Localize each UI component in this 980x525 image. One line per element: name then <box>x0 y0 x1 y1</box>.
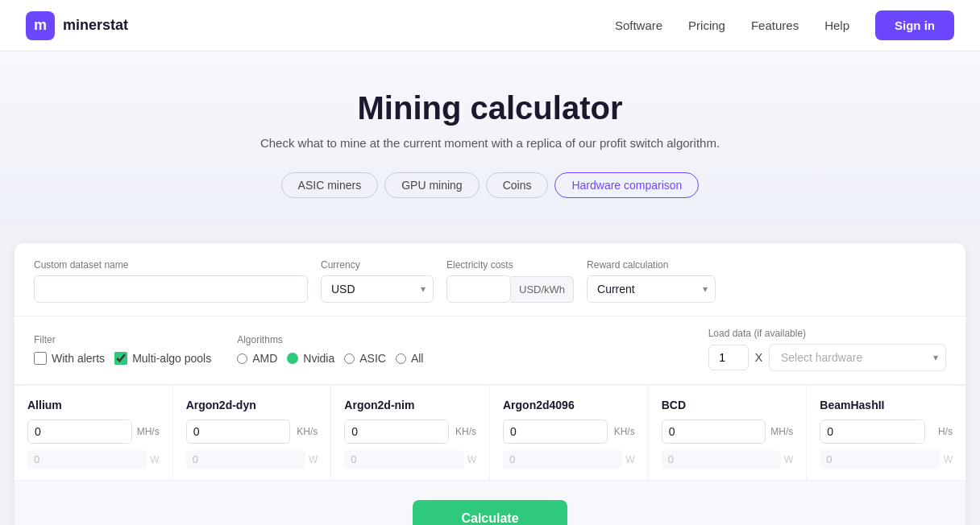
with-alerts-checkbox[interactable] <box>34 352 47 365</box>
algo-hash-row: MH/s <box>27 420 160 444</box>
algo-hash-row: KH/s <box>344 420 476 444</box>
nav-pricing[interactable]: Pricing <box>688 19 725 32</box>
algo-hash-row: KH/s <box>503 420 635 444</box>
hero-section: Mining calculator Check what to mine at … <box>0 52 980 227</box>
reward-select[interactable]: Current Average 24h Average 7d <box>587 275 716 303</box>
reward-label: Reward calculation <box>587 259 716 271</box>
algo-hashrate-input[interactable] <box>503 420 608 444</box>
algo-amd-wrap[interactable]: AMD <box>237 352 277 365</box>
nav-features[interactable]: Features <box>751 19 799 32</box>
sign-in-button[interactable]: Sign in <box>875 10 954 40</box>
logo-icon: m <box>26 11 55 40</box>
electricity-wrap: 0.1 USD/kWh <box>446 275 574 303</box>
algo-all-label: All <box>411 352 424 365</box>
algo-watt-input[interactable] <box>27 450 147 469</box>
algo-cell-argon2d4096: Argon2d4096 KH/s W <box>490 386 649 480</box>
filter-row: Filter With alerts Multi-algo pools Algo… <box>15 316 965 385</box>
multi-algo-checkbox[interactable] <box>114 352 127 365</box>
algo-hashrate-input[interactable] <box>186 420 291 444</box>
calculate-button[interactable]: Calculate <box>413 500 567 525</box>
tab-asic-miners[interactable]: ASIC miners <box>281 172 379 198</box>
electricity-unit: USD/kWh <box>511 276 574 303</box>
algo-hash-row: KH/s <box>186 420 318 444</box>
algo-amd-radio[interactable] <box>237 353 247 364</box>
dataset-input[interactable] <box>34 275 308 303</box>
load-data-field: Load data (if available) X Select hardwa… <box>708 328 946 371</box>
nav-help[interactable]: Help <box>824 19 849 32</box>
algo-nvidia-wrap[interactable]: Nvidia <box>287 352 334 365</box>
algo-asic-wrap[interactable]: ASIC <box>344 352 386 365</box>
algo-hash-row: MH/s <box>662 420 794 444</box>
hardware-select-row: Load data (if available) X Select hardwa… <box>708 328 946 371</box>
algo-amd-label: AMD <box>252 352 277 365</box>
with-alerts-label: With alerts <box>52 352 105 365</box>
algo-watt-row: W <box>820 450 953 469</box>
algo-watt-input[interactable] <box>503 450 622 469</box>
currency-select-wrap: USD EUR BTC <box>321 275 434 303</box>
algo-hashrate-input[interactable] <box>344 420 449 444</box>
hardware-quantity-input[interactable] <box>708 345 749 370</box>
nav-software[interactable]: Software <box>615 19 662 32</box>
algo-watt-row: W <box>186 450 318 469</box>
algo-all-radio[interactable] <box>396 353 406 364</box>
load-data-label: Load data (if available) <box>708 328 946 339</box>
dataset-label: Custom dataset name <box>34 259 308 271</box>
logo-wrap[interactable]: m minerstat <box>26 11 128 40</box>
with-alerts-checkbox-wrap[interactable]: With alerts <box>34 352 105 365</box>
algo-watt-input[interactable] <box>820 450 940 469</box>
electricity-field: Electricity costs 0.1 USD/kWh <box>446 259 574 303</box>
algo-name: BCD <box>662 399 794 411</box>
tab-hardware-comparison[interactable]: Hardware comparison <box>554 172 699 198</box>
algo-hashrate-input[interactable] <box>820 420 925 444</box>
hardware-select-wrap: Select hardware <box>769 344 946 371</box>
settings-row: Custom dataset name Currency USD EUR BTC… <box>15 243 965 316</box>
algo-all-wrap[interactable]: All <box>396 352 424 365</box>
algo-name: Argon2d-dyn <box>186 399 318 411</box>
algo-watt-input[interactable] <box>344 450 463 469</box>
main-panel: Custom dataset name Currency USD EUR BTC… <box>15 243 965 525</box>
currency-label: Currency <box>321 259 434 271</box>
algo-watt-unit: W <box>309 454 318 465</box>
algo-controls: AMD Nvidia ASIC All <box>237 352 423 365</box>
algo-name: Argon2d-nim <box>344 399 476 411</box>
filter-group: Filter With alerts Multi-algo pools <box>34 334 211 365</box>
tab-coins[interactable]: Coins <box>486 172 549 198</box>
algo-cell-argon2d-nim: Argon2d-nim KH/s W <box>331 386 490 480</box>
multi-algo-checkbox-wrap[interactable]: Multi-algo pools <box>114 352 211 365</box>
reward-select-wrap: Current Average 24h Average 7d <box>587 275 716 303</box>
tab-pills: ASIC miners GPU mining Coins Hardware co… <box>13 172 967 198</box>
algo-hash-unit: MH/s <box>769 426 793 437</box>
algo-watt-unit: W <box>784 454 793 465</box>
algo-watt-unit: W <box>625 454 634 465</box>
algo-hash-unit: KH/s <box>293 426 318 437</box>
algo-asic-radio[interactable] <box>344 353 355 364</box>
algo-watt-row: W <box>27 450 160 469</box>
algo-hash-unit: KH/s <box>611 426 635 437</box>
multi-algo-label: Multi-algo pools <box>132 352 211 365</box>
algo-hashrate-input[interactable] <box>662 420 766 444</box>
algo-watt-input[interactable] <box>662 450 781 469</box>
page-title: Mining calculator <box>13 90 967 126</box>
algorithms-group: Algorithms AMD Nvidia ASIC All <box>237 334 423 365</box>
algo-watt-unit: W <box>944 454 953 465</box>
electricity-label: Electricity costs <box>446 259 574 271</box>
algo-cell-beamhashii: BeamHashII H/s W <box>807 386 965 480</box>
algo-cell-bcd: BCD MH/s W <box>649 386 808 480</box>
hardware-select[interactable]: Select hardware <box>769 344 946 371</box>
algo-watt-unit: W <box>150 454 159 465</box>
algorithms-label: Algorithms <box>237 334 423 345</box>
filter-controls: With alerts Multi-algo pools <box>34 352 211 365</box>
algo-watt-input[interactable] <box>186 450 305 469</box>
nvidia-dot-icon <box>287 353 298 364</box>
algo-hash-unit: MH/s <box>135 426 160 437</box>
calculate-row: Calculate <box>15 480 965 525</box>
algo-watt-row: W <box>344 450 476 469</box>
tab-gpu-mining[interactable]: GPU mining <box>384 172 479 198</box>
algo-name: Argon2d4096 <box>503 399 635 411</box>
currency-select[interactable]: USD EUR BTC <box>321 275 434 303</box>
currency-field: Currency USD EUR BTC <box>321 259 434 303</box>
electricity-input[interactable]: 0.1 <box>446 275 511 303</box>
algo-name: BeamHashII <box>820 399 953 411</box>
algo-hashrate-input[interactable] <box>27 420 132 444</box>
reward-field: Reward calculation Current Average 24h A… <box>587 259 716 303</box>
